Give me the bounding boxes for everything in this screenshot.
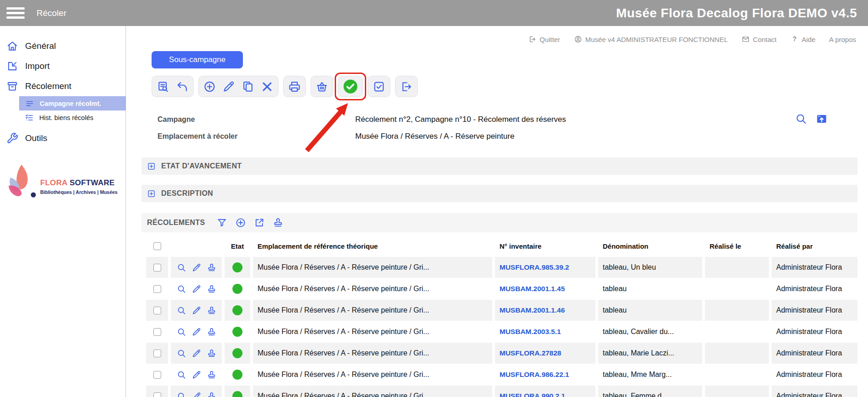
home-icon <box>6 40 18 52</box>
edit-record-icon[interactable] <box>192 306 201 315</box>
sidebar-item-import[interactable]: Import <box>0 56 126 76</box>
emplacement-label: Emplacement à récoler <box>158 132 355 141</box>
view-record-icon[interactable] <box>177 370 186 380</box>
edit-button[interactable] <box>222 80 235 93</box>
sign-out-icon <box>528 35 537 43</box>
table-row: Musée Flora / Réserves / A - Réserve pei… <box>146 321 857 342</box>
stamp-record-icon[interactable] <box>207 392 216 397</box>
checkbox-check-button[interactable] <box>373 80 385 93</box>
denomination-cell: tableau, Marie Laczi... <box>598 343 702 364</box>
row-checkbox[interactable] <box>153 264 161 272</box>
sidebar-item-outils[interactable]: Outils <box>0 128 126 148</box>
view-record-icon[interactable] <box>177 392 186 397</box>
row-checkbox[interactable] <box>153 328 161 336</box>
edit-record-icon[interactable] <box>192 263 201 272</box>
export-button[interactable] <box>400 80 413 93</box>
inventaire-link[interactable]: MUSFLORA.27828 <box>495 343 595 364</box>
section-description[interactable]: DESCRIPTION <box>142 185 857 202</box>
main-content: Quitter Musée v4 ADMINISTRATEUR FONCTION… <box>126 26 868 397</box>
stamp-icon[interactable] <box>273 217 284 228</box>
table-row: Musée Flora / Réserves / A - Réserve pei… <box>146 364 857 385</box>
row-checkbox[interactable] <box>153 285 161 293</box>
brand-name: FLORA SOFTWARE <box>40 178 117 188</box>
inventaire-link[interactable]: MUSBAM.2003.5.1 <box>495 321 595 342</box>
archive-box-icon <box>6 80 18 92</box>
envelope-icon <box>742 35 750 43</box>
search-icon[interactable] <box>795 113 807 125</box>
inventaire-link[interactable]: MUSBAM.2001.1.45 <box>495 278 595 299</box>
edit-record-icon[interactable] <box>192 327 201 337</box>
inventaire-link[interactable]: MUSFLORA.990.2.1 <box>495 386 595 397</box>
row-checkbox[interactable] <box>153 307 161 314</box>
row-checkbox[interactable] <box>153 350 161 357</box>
question-icon: ? <box>790 35 799 43</box>
undo-button[interactable] <box>176 80 189 93</box>
realise-par-cell: Administrateur Flora <box>772 278 857 299</box>
edit-record-icon[interactable] <box>192 392 201 397</box>
edit-record-icon[interactable] <box>192 284 201 294</box>
sidebar-item-hist-biens-recoles[interactable]: Hist. biens récolés <box>19 110 126 125</box>
stamp-record-icon[interactable] <box>207 263 216 272</box>
user-account-link[interactable]: Musée v4 ADMINISTRATEUR FONCTIONNEL <box>574 35 728 43</box>
a-propos-link[interactable]: A propos <box>829 36 856 43</box>
inventaire-link[interactable]: MUSFLORA.986.22.1 <box>495 364 595 385</box>
select-all-checkbox[interactable] <box>153 242 161 250</box>
link-label: Musée v4 ADMINISTRATEUR FONCTIONNEL <box>585 36 728 43</box>
aide-link[interactable]: ? Aide <box>790 35 815 43</box>
emplacement-cell: Musée Flora / Réserves / A - Réserve pei… <box>253 321 492 342</box>
inventaire-link[interactable]: MUSBAM.2001.1.46 <box>495 300 595 321</box>
open-external-icon[interactable] <box>254 217 265 228</box>
realise-par-cell: Administrateur Flora <box>772 300 857 321</box>
list-search-button[interactable] <box>157 80 169 93</box>
sidebar-item-general[interactable]: Général <box>0 36 126 56</box>
recolements-title: RÉCOLEMENTS <box>147 219 205 227</box>
import-icon <box>6 60 18 72</box>
sidebar-item-label: Outils <box>25 133 47 143</box>
quitter-link[interactable]: Quitter <box>528 35 560 43</box>
edit-record-icon[interactable] <box>192 349 201 358</box>
sidebar-item-campagne-recolmt[interactable]: Campagne récolmt. <box>19 96 126 110</box>
recolements-table: Etat Emplacement de référence théorique … <box>146 237 857 397</box>
row-checkbox[interactable] <box>153 371 161 379</box>
realise-le-cell <box>705 343 769 364</box>
actions-column-header <box>171 237 222 255</box>
view-record-icon[interactable] <box>177 327 186 337</box>
copy-button[interactable] <box>242 80 254 93</box>
hamburger-menu-icon[interactable] <box>6 7 25 19</box>
stamp-record-icon[interactable] <box>207 306 216 315</box>
svg-text:?: ? <box>792 35 796 42</box>
menu-lines-icon <box>25 99 34 108</box>
section-etat-avancement[interactable]: ETAT D'AVANCEMENT <box>142 157 857 175</box>
view-record-icon[interactable] <box>177 306 186 315</box>
delete-button[interactable] <box>261 80 274 93</box>
inventaire-link[interactable]: MUSFLORA.985.39.2 <box>495 257 595 278</box>
stamp-record-icon[interactable] <box>207 370 216 380</box>
contact-link[interactable]: Contact <box>742 35 777 43</box>
realise-le-cell <box>705 257 769 278</box>
add-button[interactable] <box>203 80 216 93</box>
view-record-icon[interactable] <box>177 263 186 272</box>
row-checkbox[interactable] <box>153 392 161 397</box>
expand-plus-icon[interactable] <box>147 189 156 198</box>
filter-icon[interactable] <box>216 217 227 228</box>
view-record-icon[interactable] <box>177 349 186 358</box>
toolbar-group-checkbox <box>368 76 390 97</box>
denomination-cell: tableau, Cavalier du... <box>598 321 702 342</box>
row-actions <box>171 364 222 385</box>
wrench-icon <box>6 132 18 144</box>
view-record-icon[interactable] <box>177 284 186 294</box>
edit-record-icon[interactable] <box>192 370 201 380</box>
add-record-icon[interactable] <box>235 217 246 228</box>
table-row: Musée Flora / Réserves / A - Réserve pei… <box>146 300 857 321</box>
stamp-record-icon[interactable] <box>207 327 216 337</box>
expand-plus-icon[interactable] <box>147 162 156 171</box>
basket-button[interactable] <box>316 80 328 93</box>
sous-campagne-tab[interactable]: Sous-campagne <box>152 51 243 68</box>
sidebar-item-recolement[interactable]: Récolement <box>0 76 126 96</box>
print-button[interactable] <box>288 80 301 93</box>
validate-check-button[interactable] <box>343 79 358 94</box>
open-window-icon[interactable] <box>815 113 828 125</box>
stamp-record-icon[interactable] <box>207 349 216 358</box>
sidebar-item-label: Général <box>25 41 56 51</box>
stamp-record-icon[interactable] <box>207 284 216 294</box>
